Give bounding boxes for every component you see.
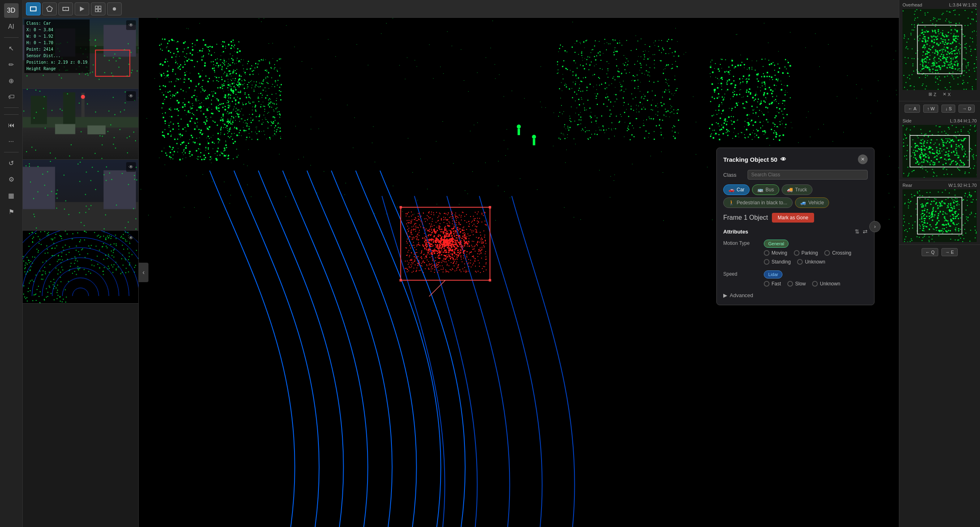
rect-2d-button[interactable] [26,2,41,15]
radio-unknown-speed[interactable]: Unknown [812,281,840,287]
dot-button[interactable] [107,2,122,15]
rear-section: Rear W:1.92 H:1.70 [899,180,980,245]
camera-view-4[interactable]: 👁 [23,231,138,304]
camera-4-eye-icon[interactable]: 👁 [126,233,136,243]
right-panel: Overhead L:3.84 W:1.92 ⊞ Z ✕ X ← A ↑ W [899,0,980,527]
general-badge[interactable]: General [764,240,789,248]
camera-3-eye-icon[interactable]: 👁 [126,162,136,172]
class-search-input[interactable] [748,170,868,180]
lidar-badge[interactable]: Lidar [764,270,782,278]
camera-panel: 👁 Class: Car X: 0 ~ 3.84 W: 0 ~ 1.92 H: … [23,18,139,527]
nav-a-button[interactable]: ← A [905,105,920,113]
svg-rect-5 [95,6,98,9]
camera-1-eye-icon[interactable]: 👁 [126,20,136,30]
polygon-button[interactable] [42,2,57,15]
overhead-header: Overhead L:3.84 W:1.92 [903,2,977,7]
sidebar-icon-ai[interactable]: AI [4,19,19,34]
svg-point-9 [113,7,116,11]
popup-close-button[interactable]: ✕ [858,154,868,164]
radio-moving[interactable]: Moving [764,250,787,256]
sidebar-icon-cursor[interactable]: ↖ [4,41,19,56]
popup-next-button[interactable]: › [869,221,881,232]
radio-fast-circle [764,281,769,287]
overhead-x-button[interactable]: ✕ X [943,92,950,97]
speed-radio-group: Fast Slow Unknown [764,281,868,287]
radio-crossing-circle [824,250,830,256]
nav-arrows-bottom: ← Q → E [899,245,980,259]
speed-values: Lidar Fast Slow [764,270,868,287]
radio-crossing[interactable]: Crossing [824,250,851,256]
rear-header: Rear W:1.92 H:1.70 [903,183,977,188]
rear-dims: W:1.92 H:1.70 [948,183,977,188]
speed-label: Speed [723,270,760,277]
hud-position: Position: x: 2.19 z: 0.19 [26,59,88,66]
play-forward-button[interactable] [75,2,89,15]
motion-type-row: Motion Type General Moving [723,240,868,265]
sidebar-icon-annotate[interactable]: ✏ [4,57,19,72]
advanced-row[interactable]: ▶ Advanced [723,292,868,298]
tag-truck[interactable]: 🚚 Truck [782,184,812,195]
mark-gone-button[interactable]: Mark as Gone [772,213,814,223]
sidebar-icon-more[interactable]: ··· [4,134,19,149]
overhead-z-button[interactable]: ⊞ Z [928,92,936,97]
motion-type-label: Motion Type [723,240,760,246]
tag-pedestrian[interactable]: 🚶 Pedestrian in black to... [723,197,793,208]
rect-button[interactable] [58,2,73,15]
sidebar-icon-layers[interactable]: ▦ [4,188,19,203]
nav-s-button[interactable]: ↓ S [941,105,955,113]
nav-w-button[interactable]: ↑ W [923,105,938,113]
attributes-title: Attributes [723,229,748,235]
hud-overlay: Class: Car X: 0 ~ 3.84 W: 0 ~ 1.92 H: 0 … [24,19,90,73]
nav-q-button[interactable]: ← Q [922,248,938,256]
camera-2-eye-icon[interactable]: 👁 [126,91,136,101]
divider3 [4,114,19,115]
hud-w: W: 0 ~ 1.92 [26,33,88,40]
svg-rect-6 [99,6,101,9]
tag-car[interactable]: 🚗 Car [723,184,750,195]
sidebar-icon-history[interactable]: ↺ [4,156,19,170]
svg-rect-7 [95,9,98,12]
sidebar-icon-3d[interactable]: 3D [4,3,19,18]
attr-filter-icon[interactable]: ⇅ [855,228,860,235]
camera-view-2[interactable]: 👁 [23,89,138,160]
net-button[interactable] [91,2,105,15]
sidebar-icon-flag[interactable]: ⚑ [4,204,19,219]
sidebar-icon-tag[interactable]: 🏷 [4,90,19,104]
radio-unknown-speed-circle [812,281,818,287]
advanced-label: Advanced [730,292,753,298]
radio-standing-circle [764,259,769,265]
tag-vehicle[interactable]: 🚙 Vehicle [795,197,830,208]
tag-bus[interactable]: 🚌 Bus [752,184,779,195]
nav-e-button[interactable]: → E [941,248,957,256]
svg-rect-8 [99,9,101,12]
nav-d-button[interactable]: → D [959,105,975,113]
radio-fast[interactable]: Fast [764,281,781,287]
radio-parking[interactable]: Parking [794,250,818,256]
sidebar-icon-tools[interactable]: ⚙ [4,172,19,186]
hud-point: Point: 2414 [26,46,88,53]
frame-row: Frame 1 Object Mark as Gone [723,213,868,223]
hud-class: Class: Car [26,20,88,27]
side-dims: L:3.84 H:1.70 [950,118,977,123]
side-label: Side [903,118,911,123]
motion-type-values: General Moving Parking [764,240,868,265]
class-tags: 🚗 Car 🚌 Bus 🚚 Truck 🚶 [723,184,868,208]
motion-radio-group: Moving Parking Crossing [764,250,868,265]
sidebar-icon-play[interactable]: ⏮ [4,118,19,133]
lidar-main-view[interactable]: ‹ Tracking Object 50 👁 ✕ Class [139,18,899,527]
svg-rect-0 [30,7,36,11]
class-row: Class [723,170,868,180]
radio-standing[interactable]: Standing [764,259,791,265]
radio-unknown-motion-circle [797,259,803,265]
radio-unknown-motion[interactable]: Unknown [797,259,825,265]
collapse-panel-button[interactable]: ‹ [139,263,148,282]
camera-view-1[interactable]: 👁 Class: Car X: 0 ~ 3.84 W: 0 ~ 1.92 H: … [23,18,138,89]
toolbar [23,0,899,18]
radio-moving-circle [764,250,769,256]
attr-sort-icon[interactable]: ⇄ [863,228,868,235]
camera-view-3[interactable]: 👁 [23,160,138,231]
sidebar-icon-track[interactable]: ⊕ [4,73,19,88]
divider [4,37,19,38]
radio-slow[interactable]: Slow [787,281,806,287]
eye-icon: 👁 [780,156,786,163]
